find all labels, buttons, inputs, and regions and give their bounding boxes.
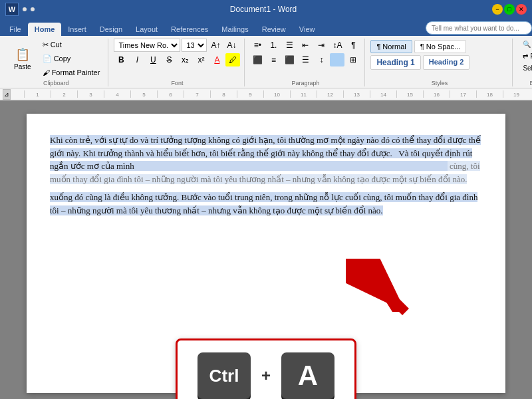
selected-text: Khi còn trẻ, với sự tự do và trí tưởng t… xyxy=(50,135,481,171)
bullets-button[interactable]: ≡• xyxy=(250,39,265,52)
font-shrink-button[interactable]: A↓ xyxy=(224,39,239,52)
ruler-mark: 9 xyxy=(237,90,263,98)
ruler-mark: 4 xyxy=(104,90,130,98)
clipboard-secondary: ✂ Cut 📄 Copy 🖌 Format Painter xyxy=(39,39,104,78)
font-label: Font xyxy=(171,80,183,86)
plus-symbol: + xyxy=(261,366,271,385)
tab-references[interactable]: References xyxy=(164,23,215,36)
font-row2: B I U S x₂ x² A 🖊 xyxy=(114,53,240,66)
style-normal[interactable]: ¶ Normal xyxy=(370,40,412,53)
ribbon-tabs: File Home Insert Design Layout Reference… xyxy=(0,19,532,36)
superscript-button[interactable]: x² xyxy=(194,53,208,66)
format-painter-button[interactable]: 🖌 Format Painter xyxy=(39,66,104,78)
font-row1: Times New Ro... 13 A↑ A↓ xyxy=(114,39,239,52)
copy-button[interactable]: 📄 Copy xyxy=(39,53,104,65)
keyboard-hint-box: Ctrl + A xyxy=(176,338,356,399)
tab-insert[interactable]: Insert xyxy=(61,23,93,36)
multilevel-button[interactable]: ☰ xyxy=(282,39,297,52)
clipboard-row: 📋 Paste ✂ Cut 📄 Copy 🖌 Format Painter xyxy=(8,39,104,78)
underline-button[interactable]: U xyxy=(146,53,160,66)
editing-label: Editing xyxy=(529,80,532,86)
sort-button[interactable]: ↕A xyxy=(330,39,344,52)
clipboard-label: Clipboard xyxy=(43,80,69,86)
style-heading2[interactable]: Heading 2 xyxy=(423,55,470,70)
styles-row: ¶ Normal ¶ No Spac... Heading 1 Heading … xyxy=(370,39,508,70)
selected-text2: xuống đó cũng là điều không tưởng. Bước … xyxy=(50,192,477,215)
a-key: A xyxy=(281,352,334,399)
ruler-mark: 14 xyxy=(370,90,396,98)
paste-button[interactable]: 📋 Paste xyxy=(8,45,37,72)
ruler-mark: 13 xyxy=(343,90,370,98)
find-button[interactable]: 🔍 Find xyxy=(518,39,532,50)
ruler-mark: 16 xyxy=(423,90,450,98)
document-text2: xuống đó cũng là điều không tưởng. Bước … xyxy=(50,191,482,217)
ruler-mark: 18 xyxy=(476,90,503,98)
ctrl-key: Ctrl xyxy=(198,352,251,399)
ribbon-group-font: Times New Ro... 13 A↑ A↓ B I U S x₂ x² A… xyxy=(110,39,245,86)
font-size-select[interactable]: 13 xyxy=(182,39,207,52)
ruler-mark: 17 xyxy=(450,90,476,98)
subscript-button[interactable]: x₂ xyxy=(178,53,192,66)
styles-label: Styles xyxy=(432,80,448,86)
tab-file[interactable]: File xyxy=(3,23,28,36)
style-no-spacing[interactable]: ¶ No Spac... xyxy=(414,40,466,53)
cut-button[interactable]: ✂ Cut xyxy=(39,39,104,51)
ribbon-group-clipboard: 📋 Paste ✂ Cut 📄 Copy 🖌 Format Painter Cl… xyxy=(4,39,108,86)
style-heading1[interactable]: Heading 1 xyxy=(370,55,420,70)
ribbon-group-paragraph: ≡• 1. ☰ ⇤ ⇥ ↕A ¶ ⬛ ≡ ⬛ ☰ ↕ ⊞ Paragraph xyxy=(246,39,365,86)
ruler: ⊿ 1 2 3 4 5 6 7 8 9 10 11 12 13 14 15 16… xyxy=(0,88,532,100)
bold-button[interactable]: B xyxy=(114,53,128,66)
document-title: Document1 - Word xyxy=(35,5,492,14)
ruler-corner[interactable]: ⊿ xyxy=(3,89,11,100)
word-icon: W xyxy=(5,3,19,16)
tab-design[interactable]: Design xyxy=(93,23,129,36)
tab-home[interactable]: Home xyxy=(28,23,62,36)
justify-button[interactable]: ☰ xyxy=(298,53,313,66)
maximize-button[interactable]: □ xyxy=(504,4,515,15)
ruler-mark: 8 xyxy=(210,90,237,98)
font-grow-button[interactable]: A↑ xyxy=(208,39,223,52)
ruler-mark: 12 xyxy=(317,90,343,98)
ruler-mark: 19 xyxy=(503,90,529,98)
tab-review[interactable]: Review xyxy=(255,23,293,36)
ruler-mark: 6 xyxy=(157,90,184,98)
decrease-indent-button[interactable]: ⇤ xyxy=(298,39,313,52)
para-row2: ⬛ ≡ ⬛ ☰ ↕ ⊞ xyxy=(250,53,360,66)
replace-button[interactable]: ⇄ Replace xyxy=(518,51,532,62)
ruler-mark: 15 xyxy=(396,90,423,98)
show-formatting-button[interactable]: ¶ xyxy=(346,39,360,52)
increase-indent-button[interactable]: ⇥ xyxy=(314,39,329,52)
align-center-button[interactable]: ≡ xyxy=(266,53,281,66)
line-spacing-button[interactable]: ↕ xyxy=(314,53,329,66)
borders-button[interactable]: ⊞ xyxy=(346,53,360,66)
ruler-mark: 11 xyxy=(290,90,317,98)
ribbon: 📋 Paste ✂ Cut 📄 Copy 🖌 Format Painter Cl… xyxy=(0,36,532,88)
italic-button[interactable]: I xyxy=(130,53,144,66)
select-button[interactable]: Select = xyxy=(518,63,532,74)
title-bar: W Document1 - Word − □ ✕ xyxy=(0,0,532,19)
quick-access-undo[interactable] xyxy=(23,7,27,11)
ruler-mark: 7 xyxy=(184,90,210,98)
font-color-button[interactable]: A xyxy=(209,53,224,66)
ribbon-group-styles: ¶ Normal ¶ No Spac... Heading 1 Heading … xyxy=(366,39,513,86)
minimize-button[interactable]: − xyxy=(492,4,503,15)
shading-button[interactable] xyxy=(330,53,344,66)
tab-view[interactable]: View xyxy=(293,23,322,36)
font-family-select[interactable]: Times New Ro... xyxy=(114,39,180,52)
strikethrough-button[interactable]: S xyxy=(162,53,176,66)
align-left-button[interactable]: ⬛ xyxy=(250,53,265,66)
highlight-button[interactable]: 🖊 xyxy=(225,53,240,66)
tab-mailings[interactable]: Mailings xyxy=(215,23,255,36)
help-search-input[interactable] xyxy=(426,21,532,35)
ruler-mark: 1 xyxy=(24,90,51,98)
tab-layout[interactable]: Layout xyxy=(129,23,164,36)
para-row1: ≡• 1. ☰ ⇤ ⇥ ↕A ¶ xyxy=(250,39,360,52)
close-button[interactable]: ✕ xyxy=(516,4,527,15)
window-controls: − □ ✕ xyxy=(492,4,527,15)
document-area: Khi còn trẻ, với sự tự do và trí tưởng t… xyxy=(0,100,532,399)
numbering-button[interactable]: 1. xyxy=(266,39,281,52)
ruler-mark: 5 xyxy=(130,90,157,98)
ribbon-group-editing: 🔍 Find ⇄ Replace Select = Editing xyxy=(514,39,532,86)
editing-buttons: 🔍 Find ⇄ Replace Select = xyxy=(518,39,532,74)
align-right-button[interactable]: ⬛ xyxy=(282,53,297,66)
